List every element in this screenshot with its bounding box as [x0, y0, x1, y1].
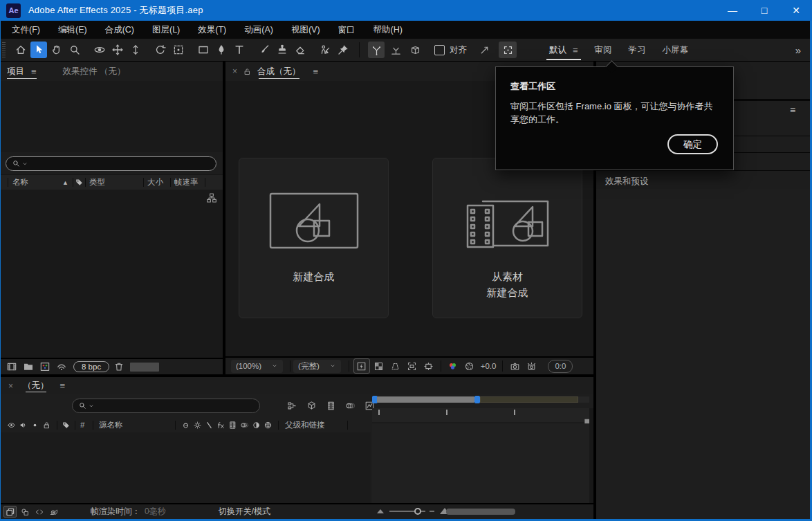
- eraser-tool[interactable]: [292, 42, 308, 58]
- zoom-slider-knob[interactable]: [414, 508, 421, 515]
- menu-item-0[interactable]: 文件(F): [3, 24, 49, 36]
- new-folder-button[interactable]: [21, 360, 36, 373]
- project-search[interactable]: [6, 156, 216, 171]
- pan-camera-tool[interactable]: [109, 42, 126, 58]
- tab-composition[interactable]: 合成（无）: [252, 62, 306, 81]
- menu-item-8[interactable]: 帮助(H): [365, 24, 412, 36]
- workspace-menu-icon[interactable]: ≡: [573, 45, 578, 55]
- column-name[interactable]: 名称: [12, 177, 62, 188]
- adjustment-layer-icon[interactable]: [252, 421, 261, 430]
- project-flowchart-icon[interactable]: [206, 192, 217, 203]
- fast-preview-button[interactable]: [353, 358, 370, 374]
- inout-pane-button[interactable]: [33, 506, 46, 518]
- project-search-input[interactable]: [28, 158, 210, 170]
- type-tool[interactable]: [231, 42, 248, 58]
- timeline-track-area[interactable]: [0, 432, 371, 503]
- workspace-tab-small-screen[interactable]: 小屏幕: [654, 39, 697, 61]
- world-axis-mode-button[interactable]: [387, 42, 404, 58]
- timeline-search-input[interactable]: [95, 401, 254, 412]
- pan-behind-anchor-tool[interactable]: [170, 42, 187, 58]
- label-column-icon[interactable]: [75, 178, 84, 187]
- motion-blur-button[interactable]: [342, 399, 358, 412]
- audio-toggle-icon[interactable]: [19, 421, 28, 430]
- timeline-zoom-slider[interactable]: [377, 508, 450, 514]
- maximize-button[interactable]: □: [748, 0, 780, 21]
- column-parent-link[interactable]: 父级和链接: [285, 420, 346, 430]
- new-composition-from-footage-card[interactable]: 从素材新建合成: [432, 158, 582, 318]
- menu-item-4[interactable]: 效果(T): [189, 24, 235, 36]
- rectangle-tool[interactable]: [195, 42, 212, 58]
- fx-icon[interactable]: [216, 421, 225, 430]
- zoom-out-icon[interactable]: [377, 509, 384, 513]
- work-area-region[interactable]: [377, 396, 474, 403]
- transfer-controls-pane-button[interactable]: [18, 506, 31, 518]
- magnification-select[interactable]: (100%): [231, 360, 283, 373]
- new-composition-card[interactable]: 新建合成: [239, 158, 389, 318]
- effects-presets-header[interactable]: 效果和预设: [605, 174, 812, 189]
- hand-tool[interactable]: [48, 42, 65, 58]
- menu-item-1[interactable]: 编辑(E): [49, 24, 96, 36]
- workspace-tab-default[interactable]: 默认≡: [541, 39, 587, 61]
- brush-tool[interactable]: [256, 42, 273, 58]
- timeline-search[interactable]: [72, 399, 260, 413]
- column-framerate[interactable]: 帧速率: [174, 177, 203, 188]
- timeline-scrollbar-thumb[interactable]: [446, 509, 515, 515]
- menu-item-2[interactable]: 合成(C): [96, 24, 143, 36]
- project-scrollbar-thumb[interactable]: [130, 363, 159, 372]
- exposure-button[interactable]: [462, 359, 477, 373]
- home-button[interactable]: [12, 42, 29, 58]
- close-button[interactable]: ✕: [780, 0, 812, 21]
- time-ruler[interactable]: [372, 408, 589, 423]
- snap-toggle[interactable]: 对齐: [434, 44, 467, 56]
- show-snapshot-button[interactable]: [524, 359, 539, 373]
- snap-checkbox[interactable]: [434, 45, 445, 55]
- panel-close-icon[interactable]: ×: [8, 381, 13, 391]
- show-channel-button[interactable]: [445, 359, 461, 373]
- tab-effect-controls[interactable]: 效果控件 （无）: [56, 62, 133, 81]
- menu-item-3[interactable]: 图层(L): [143, 24, 189, 36]
- work-area-end-handle[interactable]: [474, 396, 480, 403]
- effects-presets-body[interactable]: [596, 189, 810, 519]
- column-size[interactable]: 大小: [147, 177, 169, 188]
- guides-options-button[interactable]: [421, 359, 436, 373]
- lock-toggle-icon[interactable]: [42, 421, 51, 430]
- mask-path-visibility-button[interactable]: [499, 42, 517, 58]
- dolly-camera-tool[interactable]: [127, 42, 144, 58]
- region-of-interest-button[interactable]: [405, 359, 420, 373]
- interpret-footage-button[interactable]: [4, 360, 19, 373]
- minimize-button[interactable]: —: [717, 0, 748, 21]
- resolution-select[interactable]: (完整): [293, 360, 341, 373]
- panel-menu-icon[interactable]: ≡: [790, 104, 795, 116]
- workspace-overflow-button[interactable]: »: [787, 39, 808, 61]
- mask-visibility-button[interactable]: [388, 359, 403, 373]
- frame-blend-icon[interactable]: [228, 421, 237, 430]
- take-snapshot-button[interactable]: [507, 359, 522, 373]
- ok-button[interactable]: 确定: [667, 134, 718, 154]
- collapse-transform-icon[interactable]: [193, 421, 202, 430]
- timecode-button[interactable]: 0:0: [548, 360, 573, 373]
- column-source-name[interactable]: 源名称: [99, 420, 174, 430]
- clone-stamp-tool[interactable]: [274, 42, 290, 58]
- tab-timeline[interactable]: （无）: [19, 377, 53, 394]
- timeline-track-area-right[interactable]: [372, 423, 589, 503]
- sort-ascending-icon[interactable]: ▲: [62, 179, 68, 186]
- zoom-tool[interactable]: [66, 42, 83, 58]
- panel-menu-icon[interactable]: ≡: [60, 381, 66, 391]
- menu-item-5[interactable]: 动画(A): [235, 24, 282, 36]
- mini-flowchart-button[interactable]: [284, 399, 299, 412]
- layer-switches-pane-button[interactable]: [3, 506, 17, 518]
- new-composition-button[interactable]: [37, 360, 53, 373]
- bpc-button[interactable]: 8 bpc: [73, 361, 109, 372]
- render-time-pane-button[interactable]: [47, 506, 60, 518]
- 3d-layer-icon[interactable]: [264, 421, 273, 430]
- quality-icon[interactable]: [205, 421, 214, 430]
- local-axis-mode-button[interactable]: [368, 42, 385, 58]
- selection-tool[interactable]: [30, 42, 47, 58]
- panel-menu-icon[interactable]: ≡: [313, 66, 319, 77]
- solo-toggle-icon[interactable]: [30, 421, 39, 430]
- roto-brush-tool[interactable]: [317, 42, 333, 58]
- motion-blur-icon[interactable]: [240, 421, 249, 430]
- pen-tool[interactable]: [213, 42, 230, 58]
- view-axis-mode-button[interactable]: [407, 42, 423, 58]
- work-area-tail[interactable]: [480, 396, 578, 403]
